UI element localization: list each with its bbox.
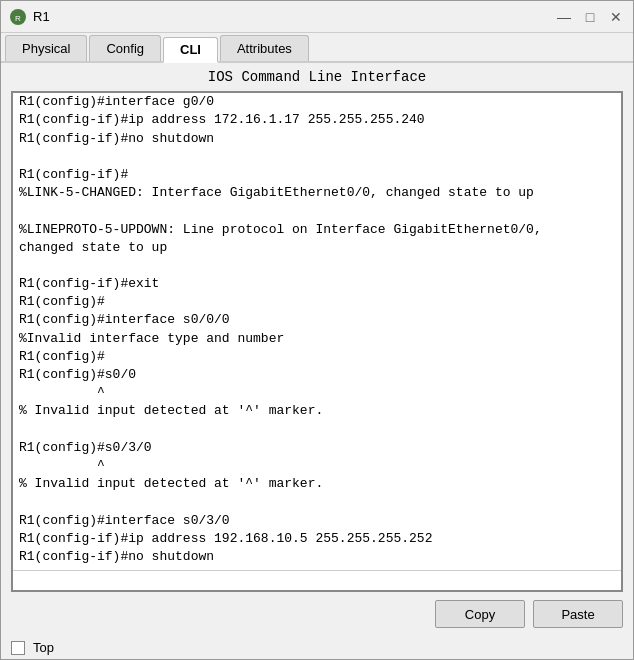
- top-label: Top: [33, 640, 54, 655]
- terminal-output: Router(config)#hostname R1 R1(config)#in…: [19, 93, 615, 566]
- terminal-input-row: [13, 570, 621, 590]
- buttons-row: Copy Paste: [1, 592, 633, 636]
- titlebar: R R1 — □ ✕: [1, 1, 633, 33]
- minimize-button[interactable]: —: [555, 8, 573, 26]
- copy-button[interactable]: Copy: [435, 600, 525, 628]
- app-icon: R: [9, 8, 27, 26]
- main-window: R R1 — □ ✕ Physical Config CLI Attribute…: [0, 0, 634, 660]
- titlebar-left: R R1: [9, 8, 50, 26]
- top-checkbox[interactable]: [11, 641, 25, 655]
- section-title: IOS Command Line Interface: [1, 63, 633, 91]
- terminal-input[interactable]: [19, 573, 615, 588]
- footer-row: Top: [1, 636, 633, 659]
- tab-cli[interactable]: CLI: [163, 37, 218, 63]
- svg-text:R: R: [15, 14, 21, 23]
- maximize-button[interactable]: □: [581, 8, 599, 26]
- tab-physical[interactable]: Physical: [5, 35, 87, 61]
- window-title: R1: [33, 9, 50, 24]
- terminal-container: Router(config)#hostname R1 R1(config)#in…: [11, 91, 623, 592]
- tab-attributes[interactable]: Attributes: [220, 35, 309, 61]
- titlebar-controls: — □ ✕: [555, 8, 625, 26]
- paste-button[interactable]: Paste: [533, 600, 623, 628]
- tab-bar: Physical Config CLI Attributes: [1, 33, 633, 63]
- terminal-scroll[interactable]: Router(config)#hostname R1 R1(config)#in…: [13, 93, 621, 570]
- close-button[interactable]: ✕: [607, 8, 625, 26]
- tab-config[interactable]: Config: [89, 35, 161, 61]
